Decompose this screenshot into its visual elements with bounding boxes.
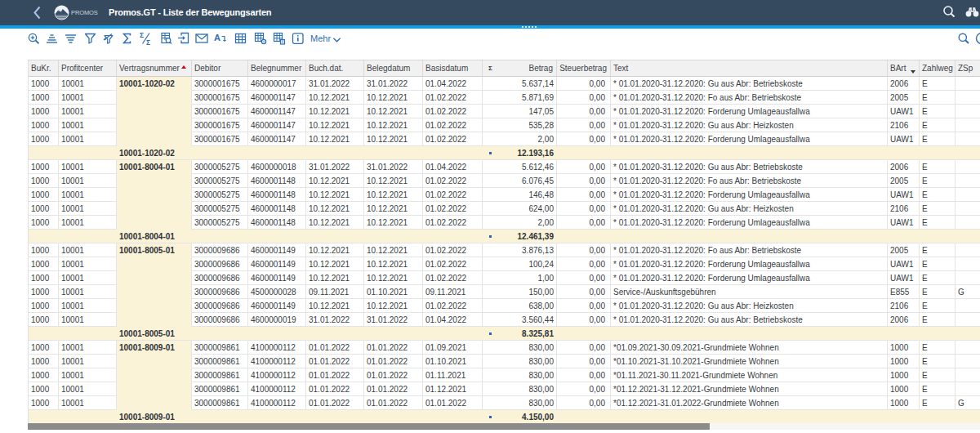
svg-text:A: A	[214, 33, 220, 42]
svg-text:Σ: Σ	[146, 38, 150, 46]
svg-text:Σ: Σ	[140, 32, 144, 39]
